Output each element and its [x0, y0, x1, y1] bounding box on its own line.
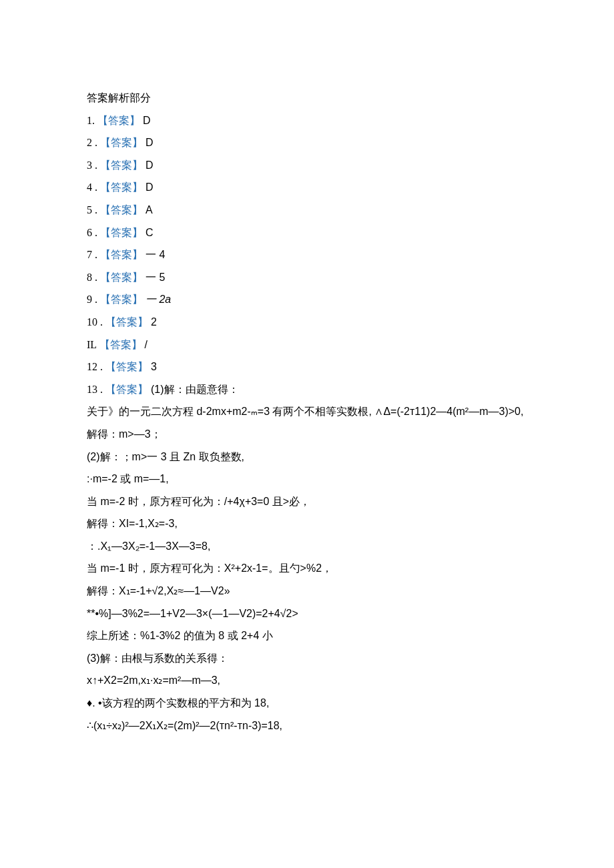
solution-line: 解得：XI=-1,X₂=-3, [87, 512, 541, 535]
solution-line: (3)解：由根与系数的关系得： [87, 647, 541, 670]
solution-line: x↑+X2=2m,x₁·x₂=m²—m—3, [87, 669, 541, 692]
answer-label: 【答案】 [100, 181, 143, 193]
document-page: 答案解析部分 1. 【答案】 D 2 . 【答案】 D 3 . 【答案】 D 4… [0, 0, 614, 777]
answer-value: 一 5 [145, 272, 165, 283]
answer-value: 2 [151, 316, 157, 328]
answer-item-12: 12 . 【答案】 3 [87, 356, 541, 378]
solution-line: (2)解：；m>一 3 且 Zn 取负整数, [87, 446, 541, 468]
answer-num: 7 . [87, 249, 97, 260]
answer-num: 9 . [87, 294, 97, 305]
answer-label: 【答案】 [99, 339, 142, 350]
answer-label: 【答案】 [105, 361, 148, 372]
answer-item-10: 10 . 【答案】 2 [87, 311, 541, 334]
answer-num: 4 . [87, 181, 97, 193]
answer-label: 【答案】 [100, 204, 143, 215]
answer-value: 一 4 [145, 249, 165, 260]
solution-line: ：.X₁—3X₂=-1—3X—3=8, [87, 535, 541, 558]
answer-label: 【答案】 [100, 137, 143, 148]
solution-line: :·m=-2 或 m=—1, [87, 468, 541, 490]
answer-num: 5 . [87, 204, 97, 215]
answer-item-11: IL 【答案】 / [87, 334, 541, 356]
solution-line: 关于》的一元二次方程 d-2mx+m2-ₘ=3 有两个不相等实数根, ∧Δ=(-… [87, 400, 541, 423]
answer-num: 8 . [87, 272, 97, 283]
answer-item-7: 7 . 【答案】 一 4 [87, 244, 541, 266]
answer-item-2: 2 . 【答案】 D [87, 131, 541, 154]
solution-line: ♦. •该方程的两个实数根的平方和为 18, [87, 692, 541, 715]
answer-item-5: 5 . 【答案】 A [87, 199, 541, 222]
answer-value: D [145, 159, 154, 171]
answer-label: 【答案】 [105, 384, 148, 395]
answer-value: D [145, 137, 154, 148]
answer-value: D [145, 181, 154, 193]
solution-line: 解得：X₁=-1+√2,X₂≈—1—V2» [87, 580, 541, 602]
answer-item-6: 6 . 【答案】 C [87, 222, 541, 244]
answer-item-8: 8 . 【答案】 一 5 [87, 266, 541, 289]
answer-num: 1. [87, 115, 95, 126]
answer-value: 一 2a [145, 294, 171, 305]
solution-text: (1)解：由题意得： [151, 384, 239, 395]
answer-value: / [145, 339, 147, 350]
answer-num: IL [87, 339, 97, 350]
solution-line: 当 m=-1 时，原方程可化为：X²+2x-1=。且勺>%2， [87, 557, 541, 580]
answer-value: C [145, 227, 154, 238]
solution-line: 解得：m>—3； [87, 423, 541, 446]
solution-line: ∴(x₁÷x₂)²—2X₁X₂=(2m)²—2(тn²-тn-3)=18, [87, 715, 541, 737]
answer-num: 13 . [87, 384, 103, 395]
solution-line: **•%]—3%2=—1+V2—3×(—1—V2)=2+4√2> [87, 602, 541, 625]
solution-line: 综上所述：%1-3%2 的值为 8 或 2+4 小 [87, 624, 541, 647]
answer-num: 6 . [87, 227, 97, 238]
solution-line: 当 m=-2 时，原方程可化为：/+4χ+3=0 且>必， [87, 490, 541, 513]
answer-num: 3 . [87, 159, 97, 171]
answer-item-13-header: 13 . 【答案】 (1)解：由题意得： [87, 378, 541, 401]
answer-label: 【答案】 [105, 316, 148, 328]
answer-label: 【答案】 [100, 159, 143, 171]
answer-value: A [145, 204, 153, 215]
answer-num: 2 . [87, 137, 97, 148]
answer-item-1: 1. 【答案】 D [87, 109, 541, 132]
answer-num: 12 . [87, 361, 103, 372]
answer-label: 【答案】 [100, 249, 143, 260]
answer-item-9: 9 . 【答案】 一 2a [87, 288, 541, 311]
answer-item-4: 4 . 【答案】 D [87, 176, 541, 199]
answer-label: 【答案】 [97, 115, 140, 126]
answer-label: 【答案】 [100, 227, 143, 238]
answer-label: 【答案】 [100, 294, 143, 305]
answer-item-3: 3 . 【答案】 D [87, 154, 541, 177]
answer-value: D [143, 115, 151, 126]
answer-value: 3 [151, 361, 157, 372]
section-title: 答案解析部分 [87, 87, 541, 109]
answer-label: 【答案】 [100, 272, 143, 283]
answer-num: 10 . [87, 316, 103, 328]
